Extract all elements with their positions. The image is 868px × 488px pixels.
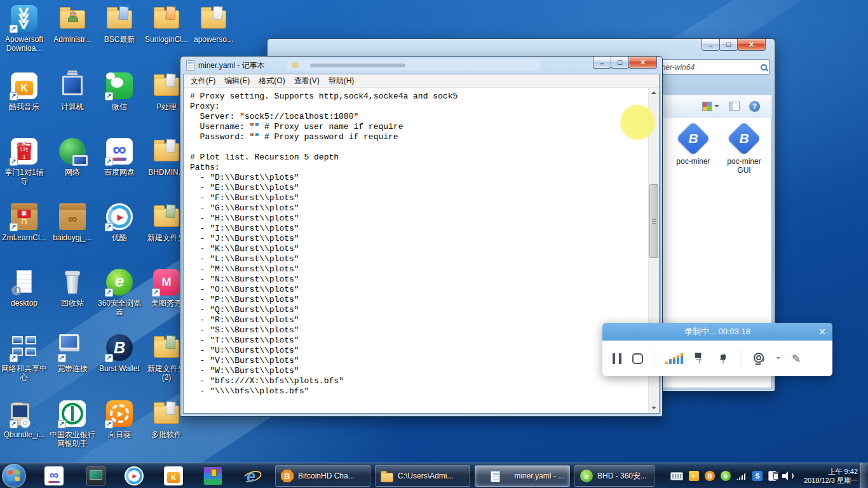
desktop-icon-zmlearn[interactable]: ZmLearnCl... — [1, 202, 47, 242]
sunflower-remote-icon — [105, 399, 134, 428]
taskbar-youku-icon[interactable] — [125, 466, 144, 485]
explorer-search-box[interactable] — [654, 59, 770, 75]
desktop-icon-360-browser[interactable]: 360安全浏览器 — [97, 268, 142, 316]
baidu-netdisk-icon — [105, 137, 134, 166]
batch-software-folder-icon — [152, 399, 181, 428]
pencil-annotate-button[interactable]: ✎ — [792, 352, 801, 365]
tray-power-plug-icon[interactable] — [768, 471, 776, 481]
tray-clock[interactable]: 上午 9:42 2018/12/3 星期一 — [799, 467, 858, 485]
tray-keyboard-icon[interactable] — [670, 472, 683, 480]
desktop-icon-zhangmen[interactable]: 掌门1对1辅导 — [1, 137, 47, 186]
close-icon[interactable]: ✕ — [818, 326, 826, 337]
task-button-360-browser[interactable]: BHD - 360安... — [574, 465, 654, 487]
menu-edit[interactable]: 编辑(E) — [220, 74, 254, 88]
desktop-icon-youku[interactable]: 优酷 — [97, 202, 142, 242]
zhangmen-app-icon — [10, 137, 39, 166]
tray-apowersoft-icon[interactable] — [689, 471, 699, 481]
desktop-icon-sunflower[interactable]: 向日葵 — [97, 399, 142, 439]
notepad-text[interactable]: # Proxy setting. Supports http,sock4,soc… — [184, 88, 659, 396]
minimize-button[interactable] — [702, 39, 720, 51]
restore-button[interactable] — [611, 57, 629, 69]
close-button[interactable] — [628, 57, 657, 69]
desktop-icon-sunlogin[interactable]: SunloginCl... — [144, 4, 189, 44]
scroll-up-arrow[interactable] — [649, 88, 659, 98]
chevron-down-icon[interactable] — [776, 357, 781, 362]
notepad-text-area[interactable]: # Proxy setting. Supports http,sock4,soc… — [184, 88, 659, 413]
tray-360-icon[interactable] — [721, 471, 731, 481]
360-browser-icon — [580, 470, 593, 482]
desktop-icon-burst-wallet[interactable]: Burst Wallet — [97, 333, 142, 373]
desktop-icon-baiduygj[interactable]: baiduygj_... — [50, 202, 95, 242]
taskbar-ie-icon[interactable] — [241, 466, 261, 485]
audio-level-meter[interactable] — [665, 353, 683, 364]
desktop-icon-label: 360安全浏览器 — [97, 299, 142, 316]
notepad-title-bar[interactable]: miner.yaml - 记事本 — [180, 57, 662, 74]
pause-button[interactable] — [613, 353, 621, 364]
help-icon[interactable]: ? — [749, 101, 760, 112]
file-poc-miner[interactable]: poc-miner — [668, 123, 718, 166]
desktop-icon-kuwo[interactable]: 酷我音乐 — [1, 71, 47, 111]
menu-format[interactable]: 格式(O) — [254, 74, 289, 88]
task-button-notepad-active[interactable]: miner.yaml - ... — [475, 465, 570, 487]
show-desktop-button[interactable] — [860, 463, 868, 488]
desktop-icon-apowersoft-downloader[interactable]: Apowersoft Downloa... — [1, 4, 47, 53]
search-input[interactable] — [658, 62, 761, 72]
desktop-icon-label: BSC最新 — [97, 35, 142, 44]
desktop-file-icon — [10, 268, 39, 297]
taskbar-remote-monitor-icon[interactable] — [86, 466, 105, 485]
annotation-marker-button[interactable] — [717, 352, 730, 365]
recorder-header[interactable]: 录制中... 00:03:18 ✕ — [602, 323, 832, 341]
administrator-folder-icon — [58, 4, 87, 33]
task-button-bitcoinhd[interactable]: BitcoinHD Cha... — [275, 465, 370, 487]
desktop-icon-bsc[interactable]: BSC最新 — [97, 4, 142, 44]
maximize-button[interactable] — [719, 39, 738, 51]
taskbar-baidu-netdisk-icon[interactable] — [44, 466, 64, 485]
recycle-bin-icon — [58, 268, 87, 297]
task-button-label: BitcoinHD Cha... — [298, 471, 355, 480]
desktop-icon-network-sharing[interactable]: 网络和共享中心 — [1, 333, 47, 382]
desktop-icon-wechat[interactable]: 微信 — [97, 71, 142, 111]
views-button[interactable] — [702, 102, 719, 111]
notepad-menu-bar: 文件(F) 编辑(E) 格式(O) 查看(V) 帮助(H) — [184, 74, 659, 88]
desktop-icon-baidu-netdisk[interactable]: 百度网盘 — [97, 137, 142, 177]
desktop-icon-apowersoft-folder[interactable]: apowerso... — [191, 4, 236, 44]
desktop-icon-qbundle[interactable]: Qbundle_i... — [1, 399, 47, 439]
scrollbar-thumb[interactable] — [649, 184, 658, 258]
clock-date: 2018/12/3 星期一 — [799, 476, 858, 485]
close-button[interactable] — [737, 39, 766, 51]
poc-miner-gui-app-icon — [727, 121, 761, 156]
task-button-explorer[interactable]: C:\Users\Admi... — [375, 465, 470, 487]
stop-button[interactable] — [632, 353, 643, 364]
bhdminer-folder-icon — [152, 137, 181, 166]
minimize-button[interactable] — [593, 57, 611, 69]
taskbar-kuwo-icon[interactable] — [164, 466, 183, 485]
zmlearn-box-icon — [10, 202, 39, 231]
menu-file[interactable]: 文件(F) — [186, 74, 220, 88]
desktop-icon-administrator[interactable]: Administr... — [50, 4, 95, 44]
wechat-icon — [105, 71, 134, 100]
menu-help[interactable]: 帮助(H) — [324, 74, 359, 88]
desktop-icon-desktop-file[interactable]: desktop — [1, 268, 47, 308]
desktop-icon-broadband[interactable]: 宽带连接 — [50, 333, 95, 373]
desktop-icon-recycle-bin[interactable]: 回收站 — [50, 268, 95, 308]
file-poc-miner-gui[interactable]: poc-miner GUI — [719, 123, 769, 175]
tray-speaker-icon[interactable] — [782, 471, 794, 480]
scroll-down-arrow[interactable] — [649, 403, 659, 413]
desktop-icon-network[interactable]: 网络 — [50, 137, 95, 177]
youku-icon — [105, 202, 134, 231]
webcam-button[interactable]: + — [752, 352, 765, 365]
preview-pane-button[interactable] — [729, 102, 740, 111]
search-icon — [761, 64, 767, 71]
start-button[interactable] — [2, 464, 26, 488]
divider — [654, 349, 654, 368]
desktop-icon-abc-bank[interactable]: 中国农业银行网银助手 — [50, 399, 95, 448]
tray-network-signal-icon[interactable] — [736, 472, 747, 480]
shortcut-arrow-icon — [105, 92, 113, 100]
annotation-flag-button[interactable] — [694, 352, 707, 365]
menu-view[interactable]: 查看(V) — [290, 74, 324, 88]
taskbar-winrar-icon[interactable] — [203, 466, 222, 485]
tray-input-method-icon[interactable] — [752, 471, 763, 481]
desktop-icon-computer[interactable]: 计算机 — [50, 71, 95, 111]
shortcut-arrow-icon — [10, 92, 18, 100]
tray-bitcoinhd-icon[interactable] — [705, 471, 715, 481]
